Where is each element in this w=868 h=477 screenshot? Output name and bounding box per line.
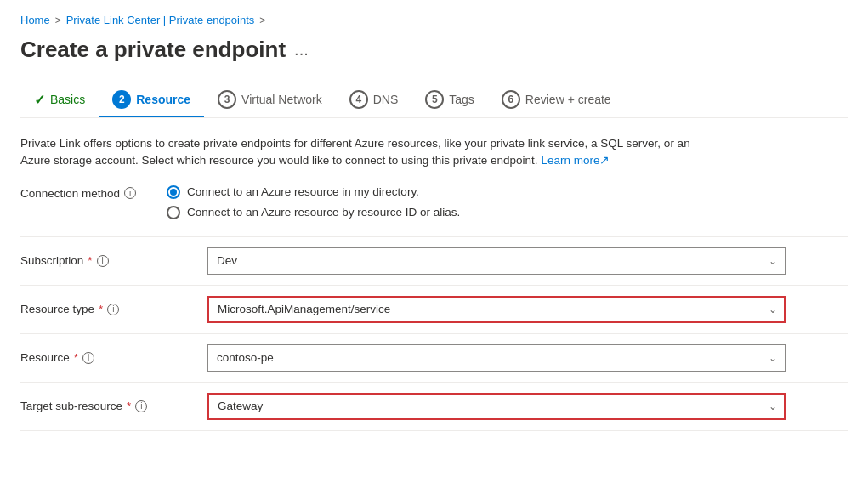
connection-method-radio-group: Connect to an Azure resource in my direc…: [167, 185, 460, 219]
tab-basics-label: Basics: [50, 93, 85, 106]
tab-dns-label: DNS: [373, 93, 399, 106]
breadcrumb-sep1: >: [55, 14, 61, 26]
section-description: Private Link offers options to create pr…: [20, 135, 718, 170]
tab-virtual-network[interactable]: 3 Virtual Network: [204, 83, 336, 117]
tab-review-create[interactable]: 6 Review + create: [488, 83, 625, 117]
resource-type-control: Microsoft.ApiManagement/service ⌄: [207, 296, 786, 323]
tab-virtual-network-label: Virtual Network: [241, 93, 322, 106]
resource-row: Resource * i contoso-pe ⌄: [20, 334, 848, 383]
wizard-tabs: ✓ Basics 2 Resource 3 Virtual Network 4 …: [20, 83, 848, 118]
resource-type-select[interactable]: Microsoft.ApiManagement/service: [207, 296, 786, 323]
breadcrumb-home[interactable]: Home: [20, 14, 50, 26]
breadcrumb: Home > Private Link Center | Private end…: [20, 14, 848, 26]
tab-virtual-network-circle: 3: [218, 90, 236, 109]
subscription-select[interactable]: Dev: [207, 247, 786, 275]
radio-option-resource-id[interactable]: Connect to an Azure resource by resource…: [167, 206, 460, 219]
tab-tags-circle: 5: [425, 90, 444, 109]
tab-resource[interactable]: 2 Resource: [99, 83, 204, 117]
page-title: Create a private endpoint: [20, 37, 286, 63]
tab-dns-circle: 4: [349, 90, 368, 109]
subscription-select-wrapper: Dev ⌄: [207, 247, 786, 275]
tab-basics[interactable]: ✓ Basics: [20, 85, 99, 116]
radio-directory-label: Connect to an Azure resource in my direc…: [187, 185, 419, 198]
target-sub-resource-info-icon[interactable]: i: [135, 400, 147, 412]
tab-basics-check-icon: ✓: [34, 92, 45, 108]
resource-type-select-wrapper: Microsoft.ApiManagement/service ⌄: [207, 296, 786, 323]
breadcrumb-private-link[interactable]: Private Link Center | Private endpoints: [66, 14, 255, 26]
radio-option-directory[interactable]: Connect to an Azure resource in my direc…: [167, 185, 460, 199]
resource-required: *: [74, 351, 78, 364]
target-sub-resource-select[interactable]: Gateway: [207, 393, 786, 420]
connection-method-info-icon[interactable]: i: [124, 187, 136, 199]
form-section: Subscription * i Dev ⌄ Resource type * i…: [20, 236, 848, 431]
tab-resource-circle: 2: [112, 90, 131, 109]
tab-tags-label: Tags: [449, 93, 474, 106]
resource-type-row: Resource type * i Microsoft.ApiManagemen…: [20, 286, 848, 334]
radio-resource-id-label: Connect to an Azure resource by resource…: [187, 206, 460, 219]
target-sub-resource-control: Gateway ⌄: [207, 393, 786, 420]
external-link-icon: ↗: [599, 154, 610, 167]
radio-resource-id-btn[interactable]: [167, 206, 180, 219]
resource-select[interactable]: contoso-pe: [207, 344, 786, 372]
resource-type-info-icon[interactable]: i: [107, 304, 119, 315]
learn-more-link[interactable]: Learn more↗: [541, 154, 610, 167]
resource-control: contoso-pe ⌄: [207, 344, 786, 372]
subscription-row: Subscription * i Dev ⌄: [20, 236, 848, 286]
tab-resource-label: Resource: [136, 93, 190, 106]
resource-type-label: Resource type * i: [20, 303, 207, 315]
connection-method-label: Connection method i: [20, 185, 156, 200]
tab-review-create-label: Review + create: [525, 93, 611, 106]
subscription-label: Subscription * i: [20, 254, 207, 267]
resource-info-icon[interactable]: i: [82, 352, 94, 364]
resource-type-required: *: [99, 303, 103, 315]
target-sub-resource-row: Target sub-resource * i Gateway ⌄: [20, 383, 848, 431]
breadcrumb-sep2: >: [259, 14, 265, 26]
radio-directory-btn[interactable]: [167, 185, 180, 199]
page-title-ellipsis[interactable]: ...: [294, 40, 309, 60]
page-title-container: Create a private endpoint ...: [20, 37, 848, 63]
subscription-required: *: [88, 254, 92, 267]
connection-method-row: Connection method i Connect to an Azure …: [20, 185, 848, 219]
target-sub-resource-select-wrapper: Gateway ⌄: [207, 393, 786, 420]
tab-tags[interactable]: 5 Tags: [411, 83, 488, 117]
resource-label: Resource * i: [20, 351, 207, 364]
tab-dns[interactable]: 4 DNS: [336, 83, 412, 117]
target-sub-resource-label: Target sub-resource * i: [20, 400, 207, 412]
target-sub-resource-required: *: [127, 400, 131, 412]
subscription-info-icon[interactable]: i: [97, 255, 109, 267]
subscription-control: Dev ⌄: [207, 247, 786, 275]
resource-select-wrapper: contoso-pe ⌄: [207, 344, 786, 372]
tab-review-create-circle: 6: [502, 90, 520, 109]
